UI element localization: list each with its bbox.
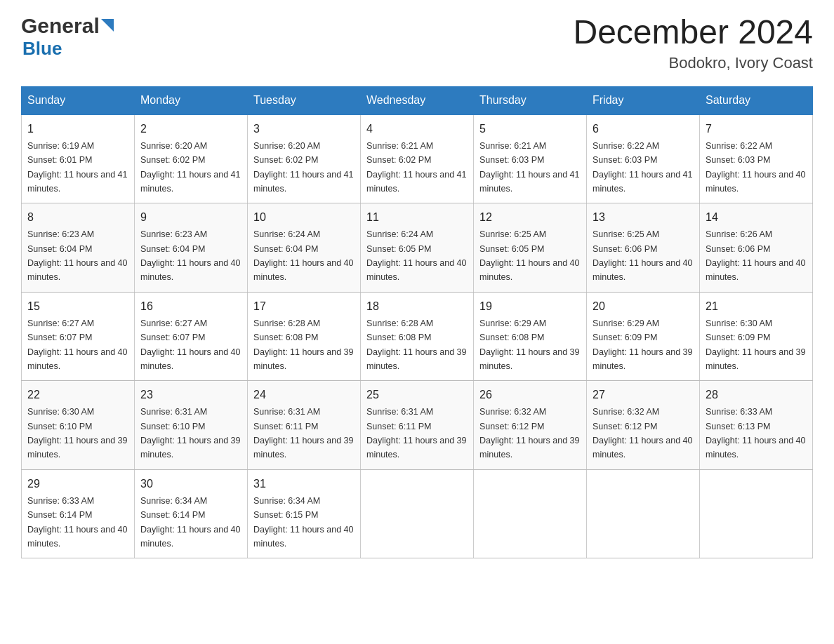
day-number: 27 — [593, 387, 694, 403]
day-info: Sunrise: 6:34 AMSunset: 6:15 PMDaylight:… — [253, 496, 353, 549]
day-number: 12 — [479, 209, 581, 226]
day-info: Sunrise: 6:19 AMSunset: 6:01 PMDaylight:… — [27, 141, 127, 194]
day-number: 4 — [366, 121, 468, 137]
logo-blue-text: Blue — [22, 38, 62, 60]
header-monday: Monday — [135, 86, 248, 114]
day-info: Sunrise: 6:31 AMSunset: 6:11 PMDaylight:… — [253, 407, 353, 459]
day-info: Sunrise: 6:25 AMSunset: 6:05 PMDaylight:… — [479, 229, 579, 282]
week-row-3: 15 Sunrise: 6:27 AMSunset: 6:07 PMDaylig… — [22, 292, 813, 381]
day-number: 30 — [140, 476, 241, 492]
day-info: Sunrise: 6:28 AMSunset: 6:08 PMDaylight:… — [366, 318, 466, 371]
day-number: 7 — [706, 121, 807, 137]
logo-general-text: General — [21, 14, 100, 38]
calendar-cell: 5 Sunrise: 6:21 AMSunset: 6:03 PMDayligh… — [474, 114, 587, 203]
week-row-1: 1 Sunrise: 6:19 AMSunset: 6:01 PMDayligh… — [22, 114, 813, 203]
day-info: Sunrise: 6:25 AMSunset: 6:06 PMDaylight:… — [593, 229, 692, 282]
day-number: 18 — [366, 298, 468, 315]
calendar-cell: 19 Sunrise: 6:29 AMSunset: 6:08 PMDaylig… — [474, 292, 587, 381]
calendar-cell: 17 Sunrise: 6:28 AMSunset: 6:08 PMDaylig… — [248, 292, 361, 381]
day-info: Sunrise: 6:21 AMSunset: 6:02 PMDaylight:… — [366, 141, 466, 194]
day-info: Sunrise: 6:31 AMSunset: 6:11 PMDaylight:… — [366, 407, 466, 459]
calendar-cell: 2 Sunrise: 6:20 AMSunset: 6:02 PMDayligh… — [135, 114, 248, 203]
calendar-cell: 12 Sunrise: 6:25 AMSunset: 6:05 PMDaylig… — [474, 203, 587, 293]
title-section: December 2024 Bodokro, Ivory Coast — [573, 14, 813, 72]
week-row-5: 29 Sunrise: 6:33 AMSunset: 6:14 PMDaylig… — [22, 469, 813, 558]
week-row-2: 8 Sunrise: 6:23 AMSunset: 6:04 PMDayligh… — [22, 203, 813, 293]
calendar-cell: 23 Sunrise: 6:31 AMSunset: 6:10 PMDaylig… — [135, 381, 248, 470]
calendar-cell: 9 Sunrise: 6:23 AMSunset: 6:04 PMDayligh… — [135, 203, 248, 293]
day-number: 8 — [27, 209, 128, 226]
day-number: 22 — [27, 387, 128, 403]
day-number: 21 — [706, 298, 807, 315]
day-info: Sunrise: 6:30 AMSunset: 6:09 PMDaylight:… — [706, 318, 805, 371]
calendar-cell: 6 Sunrise: 6:22 AMSunset: 6:03 PMDayligh… — [587, 114, 700, 203]
day-info: Sunrise: 6:32 AMSunset: 6:12 PMDaylight:… — [593, 407, 692, 459]
calendar-cell: 27 Sunrise: 6:32 AMSunset: 6:12 PMDaylig… — [587, 381, 700, 470]
day-number: 26 — [479, 387, 581, 403]
day-info: Sunrise: 6:28 AMSunset: 6:08 PMDaylight:… — [253, 318, 353, 371]
day-number: 15 — [27, 298, 128, 315]
day-info: Sunrise: 6:29 AMSunset: 6:09 PMDaylight:… — [593, 318, 692, 371]
day-number: 28 — [706, 387, 807, 403]
calendar-cell: 18 Sunrise: 6:28 AMSunset: 6:08 PMDaylig… — [361, 292, 474, 381]
day-info: Sunrise: 6:29 AMSunset: 6:08 PMDaylight:… — [479, 318, 579, 371]
day-number: 20 — [593, 298, 694, 315]
calendar-cell: 20 Sunrise: 6:29 AMSunset: 6:09 PMDaylig… — [587, 292, 700, 381]
calendar-cell: 16 Sunrise: 6:27 AMSunset: 6:07 PMDaylig… — [135, 292, 248, 381]
calendar-cell: 31 Sunrise: 6:34 AMSunset: 6:15 PMDaylig… — [248, 469, 361, 558]
week-row-4: 22 Sunrise: 6:30 AMSunset: 6:10 PMDaylig… — [22, 381, 813, 470]
header-wednesday: Wednesday — [361, 86, 474, 114]
calendar-cell — [700, 469, 813, 558]
day-number: 29 — [27, 476, 128, 492]
day-info: Sunrise: 6:23 AMSunset: 6:04 PMDaylight:… — [140, 229, 240, 282]
day-number: 11 — [366, 209, 468, 226]
day-number: 10 — [253, 209, 355, 226]
day-info: Sunrise: 6:23 AMSunset: 6:04 PMDaylight:… — [27, 229, 127, 282]
calendar-cell: 11 Sunrise: 6:24 AMSunset: 6:05 PMDaylig… — [361, 203, 474, 293]
day-info: Sunrise: 6:24 AMSunset: 6:05 PMDaylight:… — [366, 229, 466, 282]
calendar-cell: 4 Sunrise: 6:21 AMSunset: 6:02 PMDayligh… — [361, 114, 474, 203]
calendar-cell — [587, 469, 700, 558]
calendar-cell: 3 Sunrise: 6:20 AMSunset: 6:02 PMDayligh… — [248, 114, 361, 203]
calendar-cell: 7 Sunrise: 6:22 AMSunset: 6:03 PMDayligh… — [700, 114, 813, 203]
day-number: 2 — [140, 121, 241, 137]
day-info: Sunrise: 6:20 AMSunset: 6:02 PMDaylight:… — [253, 141, 353, 194]
header-thursday: Thursday — [474, 86, 587, 114]
day-info: Sunrise: 6:32 AMSunset: 6:12 PMDaylight:… — [479, 407, 579, 459]
calendar-cell: 26 Sunrise: 6:32 AMSunset: 6:12 PMDaylig… — [474, 381, 587, 470]
day-number: 25 — [366, 387, 468, 403]
day-number: 1 — [27, 121, 128, 137]
header-friday: Friday — [587, 86, 700, 114]
day-number: 17 — [253, 298, 355, 315]
days-header-row: SundayMondayTuesdayWednesdayThursdayFrid… — [22, 86, 813, 114]
header-saturday: Saturday — [700, 86, 813, 114]
header-tuesday: Tuesday — [248, 86, 361, 114]
day-info: Sunrise: 6:22 AMSunset: 6:03 PMDaylight:… — [706, 141, 805, 194]
svg-marker-0 — [101, 19, 114, 32]
day-info: Sunrise: 6:27 AMSunset: 6:07 PMDaylight:… — [27, 318, 127, 371]
day-info: Sunrise: 6:31 AMSunset: 6:10 PMDaylight:… — [140, 407, 240, 459]
day-number: 5 — [479, 121, 581, 137]
logo: General Blue — [21, 14, 117, 60]
logo-arrow-icon — [101, 19, 117, 34]
calendar-cell: 24 Sunrise: 6:31 AMSunset: 6:11 PMDaylig… — [248, 381, 361, 470]
day-info: Sunrise: 6:21 AMSunset: 6:03 PMDaylight:… — [479, 141, 579, 194]
day-info: Sunrise: 6:24 AMSunset: 6:04 PMDaylight:… — [253, 229, 353, 282]
calendar-cell: 21 Sunrise: 6:30 AMSunset: 6:09 PMDaylig… — [700, 292, 813, 381]
day-number: 24 — [253, 387, 355, 403]
calendar-cell: 1 Sunrise: 6:19 AMSunset: 6:01 PMDayligh… — [22, 114, 135, 203]
calendar-cell: 10 Sunrise: 6:24 AMSunset: 6:04 PMDaylig… — [248, 203, 361, 293]
day-number: 14 — [706, 209, 807, 226]
day-number: 16 — [140, 298, 241, 315]
day-number: 6 — [593, 121, 694, 137]
calendar-cell — [474, 469, 587, 558]
day-number: 3 — [253, 121, 355, 137]
calendar-cell — [361, 469, 474, 558]
day-info: Sunrise: 6:27 AMSunset: 6:07 PMDaylight:… — [140, 318, 240, 371]
day-number: 13 — [593, 209, 694, 226]
day-number: 19 — [479, 298, 581, 315]
day-number: 9 — [140, 209, 241, 226]
calendar-cell: 14 Sunrise: 6:26 AMSunset: 6:06 PMDaylig… — [700, 203, 813, 293]
day-info: Sunrise: 6:30 AMSunset: 6:10 PMDaylight:… — [27, 407, 127, 459]
day-info: Sunrise: 6:20 AMSunset: 6:02 PMDaylight:… — [140, 141, 240, 194]
